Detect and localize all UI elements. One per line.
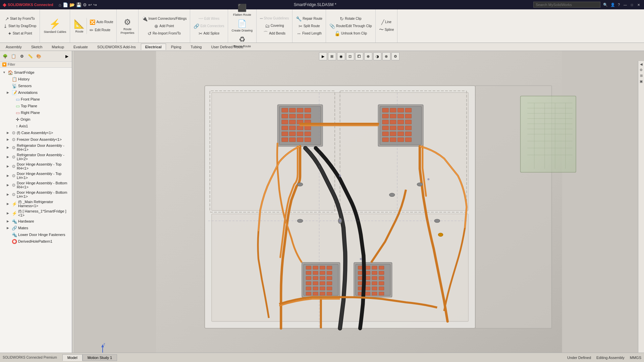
show-guidelines-btn[interactable]: ━ Show Guidelines [259, 15, 290, 22]
start-drag-drop-btn[interactable]: ⤓ Start by Drag/Drop [2, 23, 38, 29]
right-panel-btn-2[interactable]: ⚙ [639, 68, 644, 72]
route-properties-btn[interactable]: ⚙ RouteProperties [119, 16, 136, 36]
tab-motion-study[interactable]: Motion Study 1 [83, 354, 117, 361]
tab-model[interactable]: Model [62, 354, 83, 361]
create-drawing-btn[interactable]: 📄 Create Drawing [230, 18, 255, 34]
tab-assembly[interactable]: Assembly [1, 44, 26, 50]
add-splice-btn[interactable]: ✂ Add Splice [197, 30, 221, 37]
tree-item-harness1[interactable]: ▶ ⚡ (f) [ Harness_1*SmartFridge ]<1> [0, 208, 72, 218]
toolbar-icon-undo[interactable]: ↩ [88, 2, 92, 7]
toolbar-icon-open[interactable]: 📂 [69, 2, 75, 7]
toolbar-icon-save[interactable]: 💾 [76, 2, 82, 7]
toolbar-icon-redo[interactable]: ↪ [93, 2, 97, 7]
tree-item-hinge-bottom-lh[interactable]: ▶ ⚙ Door Hinge Assembly - Bottom LH<1> [0, 190, 72, 199]
toolbar-icon-new[interactable]: 📄 [63, 2, 68, 7]
tab-addins[interactable]: SOLIDWORKS Add-Ins [93, 44, 140, 50]
view-btn-8[interactable]: ⊗ [382, 52, 390, 60]
tree-item-ref-door-rh[interactable]: ▶ ⚙ Refrigerator Door Assembly - RH<1> [0, 143, 72, 152]
minimize-btn[interactable]: — [623, 2, 628, 7]
route-through-clip-btn[interactable]: 📎 Route/Edit Through Clip [328, 23, 373, 29]
confmanager-btn[interactable]: ⚙ [18, 53, 25, 60]
tree-item-annotations[interactable]: ▶ 📝 Annotations [0, 89, 72, 96]
insert-connectors-btn[interactable]: 🔌 Insert Connectors/Fittings [141, 15, 188, 22]
tree-item-ref-door-lh[interactable]: ▶ ⚙ Refrigerator Door Assembly - LH<2> [0, 152, 72, 162]
right-panel-btn-4[interactable]: ▣ [639, 79, 644, 83]
unhook-clip-btn[interactable]: 🔓 Unhook from Clip [333, 30, 368, 37]
line-btn[interactable]: ╱ Line [380, 19, 393, 25]
close-btn[interactable]: ✕ [636, 2, 641, 7]
edit-connectors-btn[interactable]: 🔗 Edit Connectors [192, 23, 225, 29]
search-icon[interactable]: 🔍 [603, 3, 608, 7]
appearance-btn[interactable]: 🎨 [35, 53, 42, 60]
flatten-route-btn[interactable]: ⬛ Flatten Route [231, 3, 253, 18]
tree-item-hinge-top-lh[interactable]: ▶ ⚙ Door Hinge Assembly - Top LH<1> [0, 171, 72, 180]
tree-item-right-plane[interactable]: ▭ Right Plane [0, 109, 72, 116]
maximize-btn[interactable]: □ [629, 2, 635, 7]
filter-label: Filter [8, 63, 15, 66]
tree-item-main-harness[interactable]: ▶ ⚡ (f) _Main Refrigerator Harness<1> [0, 199, 72, 208]
tab-markup[interactable]: Markup [47, 44, 68, 50]
tab-electrical[interactable]: Electrical [141, 44, 166, 50]
view-btn-4[interactable]: ⊡ [346, 52, 354, 60]
toolbar-icon-settings[interactable]: ⚙ [83, 2, 87, 7]
tab-sketch[interactable]: Sketch [27, 44, 47, 50]
edit-route-btn[interactable]: ✏ Edit Route [88, 27, 114, 34]
propertymanager-btn[interactable]: 📋 [10, 53, 17, 60]
tree-item-hinge-bottom-rh[interactable]: ▶ ⚙ Door Hinge Assembly - Bottom RH<1> [0, 180, 72, 190]
tree-item-smartfridge[interactable]: ▼ 🏠 SmartFridge [0, 69, 72, 76]
start-at-point-btn[interactable]: ✦ Start at Point [6, 30, 34, 37]
tree-item-hardware[interactable]: ▶ 🔩 Hardware [0, 218, 72, 225]
search-input[interactable] [533, 2, 600, 8]
tab-user-route[interactable]: User Defined Route [207, 44, 248, 50]
add-bends-btn[interactable]: ⌒ Add Bends [262, 30, 287, 37]
repair-route-btn[interactable]: 🔧 Repair Route [294, 15, 324, 22]
tree-item-case-assembly[interactable]: ▶ ⚙ (f) Case Assembly<1> [0, 129, 72, 136]
tree-item-mates[interactable]: ▶ 🔗 Mates [0, 225, 72, 231]
view-btn-3[interactable]: ◉ [337, 52, 345, 60]
view-btn-2[interactable]: ⊞ [328, 52, 336, 60]
tab-evaluate[interactable]: Evaluate [69, 44, 92, 50]
covering-btn[interactable]: 🗂 Covering [264, 22, 285, 29]
split-route-btn[interactable]: ✂ Split Route [297, 23, 321, 29]
route-btn[interactable]: 📐 Route [72, 18, 87, 35]
view-btn-6[interactable]: ⊕ [364, 52, 372, 60]
tab-piping[interactable]: Piping [167, 44, 186, 50]
start-from-to-btn[interactable]: ↗ Start by From/To [4, 15, 36, 22]
expand-panel-btn[interactable]: ▶ [63, 53, 70, 60]
fixed-length-label: Fixed Length [302, 32, 322, 35]
edit-wires-btn[interactable]: 〰 Edit Wires [197, 15, 221, 22]
tree-item-lower-fasteners[interactable]: 🔩 Lower Door Hinge Fasteners [0, 231, 72, 238]
unhook-label: Unhook from Clip [341, 32, 367, 35]
tree-item-origin[interactable]: ✛ Origin [0, 116, 72, 123]
spline-btn[interactable]: 〜 Spline [378, 26, 395, 34]
tree-item-hinge-top-rh[interactable]: ▶ ⚙ Door Hinge Assembly - Top RH<1> [0, 162, 72, 171]
right-panel-btn-1[interactable]: ◀ [639, 62, 644, 66]
view-btn-1[interactable]: ▶ [319, 52, 327, 60]
3d-viewport[interactable]: ▶ ⊞ ◉ ⊡ ⧠ ⊕ ◑ ⊗ ⚙ [74, 51, 644, 353]
tree-item-axis1[interactable]: ↑ Axis1 [0, 123, 72, 129]
tree-item-derived-hole[interactable]: ⭕ DerivedHolePattern1 [0, 238, 72, 245]
sw-version-label: SOLIDWORKS Connected Premium [3, 356, 57, 359]
right-panel-btn-3[interactable]: ⊞ [639, 74, 644, 77]
tree-item-top-plane[interactable]: ▭ Top Plane [0, 103, 72, 109]
view-btn-7[interactable]: ◑ [373, 52, 381, 60]
account-icon[interactable]: 👤 [610, 3, 615, 7]
tree-item-history[interactable]: 📋 History [0, 76, 72, 82]
tree-item-freezer-door[interactable]: ▶ ⚙ Freezer Door Assembly<1> [0, 136, 72, 143]
featuretree-btn[interactable]: 🌳 [1, 53, 9, 60]
re-import-btn[interactable]: ↺ Re-Import From/To [146, 30, 182, 37]
help-icon[interactable]: ? [618, 3, 620, 7]
add-point-btn[interactable]: ⊕ Add Point [153, 23, 175, 29]
edit-wires-icon: 〰 [199, 16, 203, 21]
tree-item-sensors[interactable]: 📡 Sensors [0, 82, 72, 89]
view-btn-9[interactable]: ⚙ [391, 52, 399, 60]
tab-tubing[interactable]: Tubing [186, 44, 206, 50]
toolbar-icon-home[interactable]: ⌂ [59, 2, 61, 7]
dim-expert-btn[interactable]: 📏 [26, 53, 34, 60]
view-btn-5[interactable]: ⧠ [355, 52, 363, 60]
standard-cables-btn[interactable]: ⚡ Standard Cables [42, 17, 68, 35]
fixed-length-btn[interactable]: ↔ Fixed Length [295, 30, 323, 37]
rotate-clip-btn[interactable]: ↻ Rotate Clip [338, 15, 363, 22]
auto-route-btn[interactable]: 🔀 Auto Route [88, 19, 114, 25]
tree-item-front-plane[interactable]: ▭ Front Plane [0, 96, 72, 103]
